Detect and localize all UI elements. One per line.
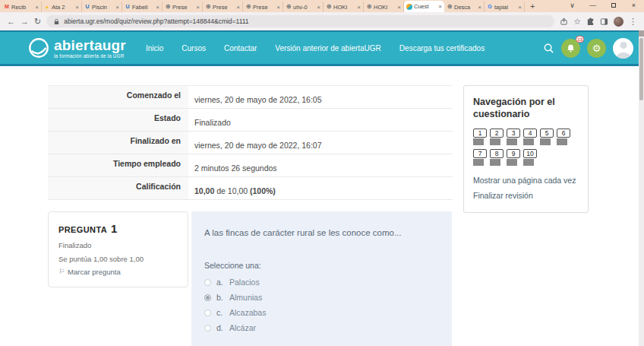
browser-tab[interactable]: Gtapial× (485, 2, 525, 12)
summary-value: Finalizado (188, 109, 453, 131)
window-minimize-icon[interactable]: — (582, 0, 603, 12)
window-controls: ∨ — × (562, 0, 644, 12)
question-nav-button[interactable]: 5 (540, 129, 554, 145)
scrollbar-up-button[interactable] (639, 30, 644, 37)
browser-tab[interactable]: ⊕Desca× (444, 2, 485, 12)
question-points: Se puntúa 1,00 sobre 1,00 (58, 255, 178, 263)
tab-close-icon[interactable]: × (317, 4, 320, 11)
question-nav-number: 4 (523, 129, 537, 138)
question-nav-button[interactable]: 6 (557, 129, 570, 145)
question-info-panel: PREGUNTA1 Finalizado Se puntúa 1,00 sobr… (48, 211, 188, 287)
ugr-favicon-icon: U (125, 4, 131, 10)
tab-close-icon[interactable]: × (236, 4, 240, 11)
browser-profile-avatar[interactable] (614, 17, 623, 27)
question-nav-button[interactable]: 7 (473, 149, 487, 166)
tab-close-icon[interactable]: × (276, 4, 280, 11)
window-maximize-icon[interactable] (603, 0, 623, 12)
question-nav-button[interactable]: 4 (523, 129, 537, 145)
radio-button[interactable] (204, 279, 211, 286)
tab-close-icon[interactable]: × (75, 4, 79, 11)
tab-close-icon[interactable]: × (115, 4, 119, 11)
question-nav-button[interactable]: 3 (507, 129, 520, 145)
abiertaugr-logo[interactable]: abiertaugr la formación abierta de la UG… (27, 37, 126, 59)
question-nav-button[interactable]: 2 (490, 129, 504, 145)
browser-tab[interactable]: ⊕HOKI× (324, 2, 364, 12)
url-bar[interactable]: abierta.ugr.es/mod/quiz/review.php?attem… (46, 15, 554, 27)
browser-tab[interactable]: ⊕Prese× (163, 2, 203, 12)
browser-tab[interactable]: MRecib× (2, 2, 42, 12)
summary-value: viernes, 20 de mayo de 2022, 16:07 (188, 132, 453, 154)
main-nav-item[interactable]: Cursos (182, 44, 206, 52)
answer-option[interactable]: a.Palacios (204, 275, 439, 290)
reload-icon[interactable]: ↻ (34, 17, 41, 26)
page-scrollbar[interactable] (639, 30, 644, 346)
question-nav-button[interactable]: 10 (523, 149, 537, 166)
drive-favicon-icon: ▲ (44, 4, 50, 10)
summary-value: 10,00 de 10,00 (100%) (188, 177, 453, 199)
share-icon[interactable] (560, 17, 568, 26)
answer-option[interactable]: b.Almunias (204, 290, 439, 305)
tab-search-chevron-icon[interactable]: ∨ (562, 0, 582, 12)
question-nav-number: 6 (557, 129, 570, 138)
tab-close-icon[interactable]: × (35, 4, 39, 11)
browser-tab[interactable]: UPiscin× (82, 2, 122, 12)
tab-close-icon[interactable]: × (196, 4, 200, 11)
radio-button[interactable] (204, 325, 211, 332)
globe-favicon-icon: ⊕ (286, 4, 292, 10)
main-nav-item[interactable]: Contactar (224, 44, 257, 52)
tab-title: HOKI (374, 4, 396, 11)
question-nav-button[interactable]: 1 (473, 129, 487, 145)
bookmark-star-icon[interactable]: ☆ (573, 17, 581, 26)
menu-dots-icon[interactable]: ⋮ (629, 17, 637, 26)
tab-title: Cuest (414, 3, 437, 10)
browser-tab[interactable]: ⊕Prese× (203, 2, 243, 12)
radio-button[interactable] (204, 309, 211, 316)
settings-button[interactable]: ⚙ (587, 39, 606, 58)
question-nav-button[interactable]: 9 (507, 149, 520, 166)
answer-option[interactable]: d.Alcázar (204, 320, 439, 335)
flag-question-link[interactable]: ⚐ Marcar pregunta (58, 268, 178, 276)
tab-close-icon[interactable]: × (478, 4, 481, 11)
browser-tab[interactable]: ⊕Prese× (243, 2, 283, 12)
window-close-icon[interactable]: × (623, 0, 644, 12)
main-nav-item[interactable]: Versión anterior de abiertaUGR (275, 44, 381, 52)
forward-icon[interactable]: → (21, 17, 29, 26)
answered-indicator (523, 138, 534, 145)
notifications-button[interactable]: 13 (561, 39, 580, 58)
answered-indicator (507, 159, 517, 166)
browser-tab[interactable]: UFabell× (122, 2, 163, 12)
browser-tab[interactable]: ⊕uhv-0× (283, 2, 324, 12)
browser-tab[interactable]: ▲Ata 2× (42, 2, 82, 12)
summary-row: EstadoFinalizado (48, 109, 453, 132)
search-icon[interactable] (543, 43, 554, 54)
globe-favicon-icon: ⊕ (245, 4, 251, 10)
site-header: abiertaugr la formación abierta de la UG… (0, 30, 644, 66)
user-avatar[interactable] (613, 38, 633, 59)
question-nav-button[interactable]: 8 (490, 149, 504, 166)
browser-tab[interactable]: ⊕HOKI× (364, 2, 404, 12)
main-nav-item[interactable]: Inicio (146, 44, 163, 52)
option-letter: c. (216, 308, 224, 317)
answered-indicator (490, 138, 500, 145)
main-nav-item[interactable]: Descarga tus certificados (399, 44, 485, 52)
quiz-nav-link[interactable]: Finalizar revisión (473, 191, 579, 200)
radio-button[interactable] (204, 294, 211, 301)
side-panel-icon[interactable] (600, 17, 608, 26)
extensions-puzzle-icon[interactable] (586, 17, 595, 26)
flag-icon: ⚐ (58, 268, 65, 275)
answer-option[interactable]: c.Alcazabas (204, 305, 439, 320)
scrollbar-thumb[interactable] (639, 38, 643, 100)
tab-close-icon[interactable]: × (438, 3, 442, 10)
tab-close-icon[interactable]: × (357, 4, 361, 11)
answered-indicator (490, 159, 500, 166)
back-icon[interactable]: ← (7, 17, 15, 26)
summary-label: Tiempo empleado (48, 154, 188, 176)
new-tab-button[interactable]: + (530, 0, 535, 12)
quiz-nav-link[interactable]: Mostrar una página cada vez (473, 176, 579, 185)
question-nav-number: 10 (523, 149, 537, 158)
quiz-nav-title: Navegación por el cuestionario (473, 96, 579, 121)
tab-close-icon[interactable]: × (518, 4, 522, 11)
browser-tab[interactable]: Cuest× (404, 1, 444, 12)
tab-close-icon[interactable]: × (156, 4, 159, 11)
tab-close-icon[interactable]: × (397, 4, 401, 11)
